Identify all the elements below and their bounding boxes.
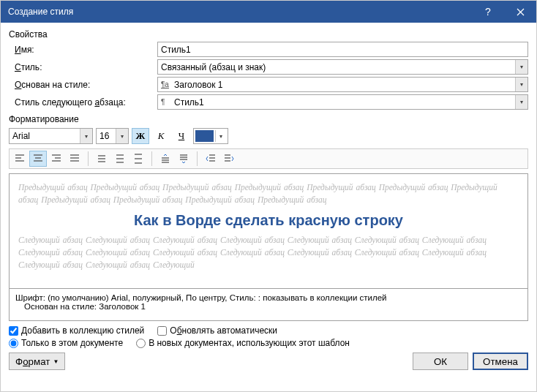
desc-line2: Основан на стиле: Заголовок 1 <box>15 302 522 311</box>
cancel-button[interactable]: Отмена <box>473 353 528 370</box>
color-swatch <box>195 130 214 142</box>
preview-prev-text: Предыдущий абзац Предыдущий абзац Предыд… <box>18 181 519 206</box>
bold-button[interactable]: Ж <box>132 128 149 144</box>
space-before-inc-button[interactable] <box>157 151 174 167</box>
chevron-down-icon: ▾ <box>116 129 128 143</box>
preview-pane: Предыдущий абзац Предыдущий абзац Предыд… <box>9 173 528 289</box>
paragraph-toolbar <box>9 148 528 169</box>
help-button[interactable]: ? <box>472 1 504 23</box>
name-input[interactable] <box>157 42 528 57</box>
underline-button[interactable]: Ч <box>173 128 190 144</box>
chevron-down-icon: ▾ <box>80 129 92 143</box>
indent-increase-button[interactable] <box>220 151 238 167</box>
styletype-label: Стиль: <box>9 62 157 72</box>
linespacing-15-button[interactable] <box>111 151 129 167</box>
section-formatting-label: Форматирование <box>9 114 528 124</box>
basedon-combo[interactable]: ¶a Заголовок 1 ▾ <box>157 77 528 92</box>
new-docs-radio[interactable]: В новых документах, использующих этот ша… <box>136 338 350 348</box>
align-left-button[interactable] <box>11 151 29 167</box>
nextstyle-combo[interactable]: ¶ Стиль1 ▾ <box>157 94 528 110</box>
paragraph-icon: ¶a <box>161 80 171 88</box>
align-center-button[interactable] <box>29 151 47 167</box>
format-menu-button[interactable]: Формат ▼ <box>9 353 65 370</box>
titlebar: Создание стиля ? <box>1 1 536 23</box>
align-justify-button[interactable] <box>66 151 83 167</box>
name-label: Имя: <box>9 45 157 55</box>
linespacing-2-button[interactable] <box>129 151 147 167</box>
italic-button[interactable]: К <box>152 128 170 144</box>
only-this-doc-radio[interactable]: Только в этом документе <box>9 338 123 348</box>
font-combo[interactable]: Arial ▾ <box>9 128 93 144</box>
close-button[interactable] <box>504 1 536 23</box>
chevron-down-icon: ▾ <box>515 60 527 74</box>
align-right-button[interactable] <box>48 151 65 167</box>
fontsize-combo[interactable]: 16 ▾ <box>96 128 129 144</box>
basedon-label: Основан на стиле: <box>9 80 157 90</box>
preview-sample-text: Как в Ворде сделать красную строку <box>18 210 519 231</box>
chevron-down-icon: ▾ <box>215 130 226 142</box>
styletype-combo[interactable]: Связанный (абзац и знак) ▾ <box>157 59 528 75</box>
caret-down-icon: ▼ <box>53 358 59 365</box>
nextstyle-label: Стиль следующего абзаца: <box>9 97 157 108</box>
dialog-title: Создание стиля <box>8 7 472 17</box>
preview-next-text: Следующий абзац Следующий абзац Следующи… <box>18 234 519 271</box>
formatting-toolbar: Arial ▾ 16 ▾ Ж К Ч ▾ <box>9 128 528 144</box>
paragraph-icon: ¶ <box>161 98 171 106</box>
linespacing-1-button[interactable] <box>93 151 110 167</box>
chevron-down-icon: ▾ <box>515 78 527 91</box>
desc-line1: Шрифт: (по умолчанию) Arial, полужирный,… <box>15 293 522 302</box>
ok-button[interactable]: ОК <box>413 353 468 370</box>
add-collection-checkbox[interactable]: Добавить в коллекцию стилей <box>9 325 144 336</box>
description-box: Шрифт: (по умолчанию) Arial, полужирный,… <box>9 289 528 321</box>
auto-update-checkbox[interactable]: Обновлять автоматически <box>157 325 277 336</box>
section-properties-label: Свойства <box>9 29 528 39</box>
space-before-dec-button[interactable] <box>175 151 192 167</box>
fontcolor-button[interactable]: ▾ <box>193 128 228 144</box>
chevron-down-icon: ▾ <box>515 95 527 109</box>
indent-decrease-button[interactable] <box>202 151 219 167</box>
